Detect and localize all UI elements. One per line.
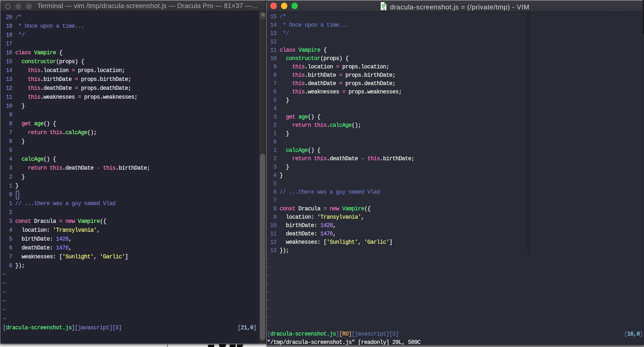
svg-text:JS: JS — [383, 8, 385, 10]
